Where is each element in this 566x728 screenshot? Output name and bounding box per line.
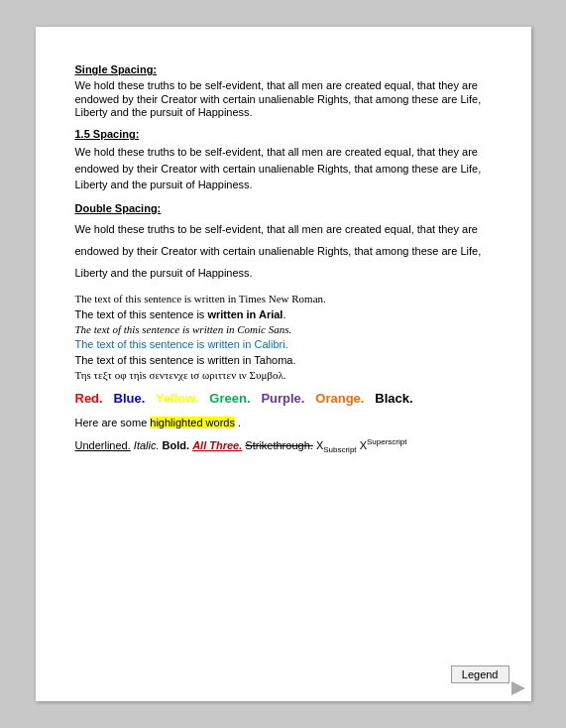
underlined-text: Underlined. bbox=[75, 439, 131, 451]
comic-emphasis: written in Comic Sans bbox=[192, 323, 288, 335]
15-spacing-label: 1.5 Spacing: bbox=[75, 127, 492, 142]
font-sentence-greek: Τηs τεξτ οφ τηis σεντενχε ισ ωριττεν ιν … bbox=[75, 368, 492, 383]
color-orange: Orange. bbox=[315, 391, 364, 406]
strikethrough-text: Strikethrough. bbox=[245, 439, 312, 451]
single-spacing-text: We hold these truths to be self-evident,… bbox=[75, 79, 492, 119]
color-blue: Blue. bbox=[114, 391, 146, 406]
single-spacing-section: Single Spacing: We hold these truths to … bbox=[75, 62, 492, 119]
15-spacing-text: We hold these truths to be self-evident,… bbox=[75, 144, 492, 193]
superscript-text: Superscript bbox=[367, 437, 406, 446]
bold-text: Bold. bbox=[163, 439, 190, 451]
italic-text: Italic. bbox=[134, 439, 160, 451]
page-wrapper: Single Spacing: We hold these truths to … bbox=[0, 0, 566, 728]
all-three-text: All Three. bbox=[192, 439, 242, 451]
font-sentence-tahoma: The text of this sentence is written in … bbox=[75, 353, 492, 368]
formatting-line: Underlined. Italic. Bold. All Three. Str… bbox=[75, 436, 492, 455]
nav-arrow-icon[interactable] bbox=[511, 681, 525, 695]
15-spacing-section: 1.5 Spacing: We hold these truths to be … bbox=[75, 127, 492, 193]
highlight-after: . bbox=[235, 417, 241, 428]
double-spacing-text: We hold these truths to be self-evident,… bbox=[75, 218, 492, 284]
color-green: Green. bbox=[209, 391, 250, 406]
color-red: Red. bbox=[75, 391, 103, 406]
single-spacing-label: Single Spacing: bbox=[75, 62, 492, 77]
font-sentences: The text of this sentence is written in … bbox=[75, 292, 492, 383]
font-sentence-calibri: The text of this sentence is written in … bbox=[75, 337, 492, 352]
colors-line: Red. Blue. Yellow. Green. Purple. Orange… bbox=[75, 390, 492, 408]
arial-emphasis: written in Arial bbox=[207, 308, 283, 320]
highlight-before: Here are some bbox=[75, 417, 151, 428]
double-spacing-section: Double Spacing: We hold these truths to … bbox=[75, 201, 492, 284]
subscript-text: Subscript bbox=[323, 445, 356, 454]
legend-button[interactable]: Legend bbox=[451, 666, 509, 683]
color-yellow: Yellow. bbox=[156, 391, 199, 406]
font-sentence-tnr: The text of this sentence is written in … bbox=[75, 292, 492, 306]
superscript-container: XSuperscript bbox=[360, 439, 407, 451]
svg-marker-0 bbox=[511, 681, 525, 695]
highlight-line: Here are some highlighted words . bbox=[75, 416, 492, 430]
font-sentence-arial: The text of this sentence is written in … bbox=[75, 307, 492, 322]
color-purple: Purple. bbox=[261, 391, 304, 406]
document-page: Single Spacing: We hold these truths to … bbox=[36, 27, 531, 701]
subscript-container: XSubscript bbox=[316, 439, 357, 451]
color-black: Black. bbox=[375, 391, 412, 406]
double-spacing-label: Double Spacing: bbox=[75, 201, 492, 216]
font-sentence-comic: The text of this sentence is written in … bbox=[75, 322, 492, 337]
highlighted-words: highlighted words bbox=[150, 417, 235, 428]
